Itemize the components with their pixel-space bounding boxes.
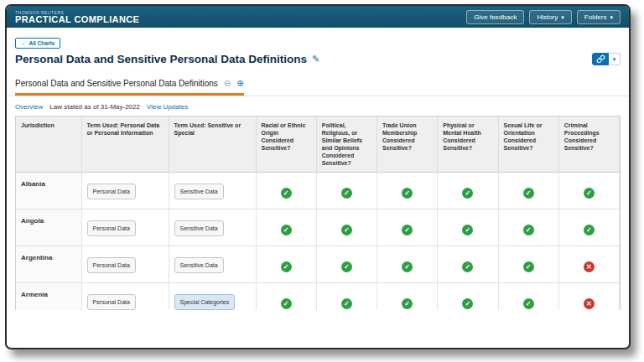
term-personal-chip[interactable]: Personal Data [87,184,136,199]
sub-bar: ← All Charts [7,28,629,49]
share-link-button[interactable] [592,53,609,65]
check-icon: ✓ [341,188,352,199]
table-row: ArmeniaPersonal DataSpecial Categories✓✓… [16,283,620,311]
cross-icon: ✕ [584,298,595,309]
check-icon: ✓ [341,298,352,309]
term-sensitive-chip[interactable]: Sensitive Data [174,220,224,236]
folders-label: Folders [584,13,607,21]
table-row: AngolaPersonal DataSensitive Data✓✓✓✓✓✓ [16,209,620,246]
tab-active-chart[interactable]: Personal Data and Sensitive Personal Dat… [15,79,244,96]
history-label: History [537,13,558,21]
check-icon: ✓ [402,298,413,309]
title-actions: ▾ [592,53,621,65]
check-icon: ✓ [281,298,292,309]
check-icon: ✓ [341,225,352,235]
check-icon: ✓ [523,188,534,199]
check-icon: ✓ [341,261,352,272]
check-icon: ✓ [462,261,473,272]
table-body: AlbaniaPersonal DataSensitive Data✓✓✓✓✓✓… [16,173,620,311]
check-icon: ✓ [281,225,292,235]
tab-bar: Personal Data and Sensitive Personal Dat… [7,75,629,96]
top-bar-actions: Give feedback History ▾ Folders ▾ [466,10,621,24]
term-personal-chip[interactable]: Personal Data [87,294,136,310]
term-sensitive-chip[interactable]: Special Categories [174,294,236,310]
check-icon: ✓ [523,225,534,235]
give-feedback-button[interactable]: Give feedback [466,10,524,24]
term-personal-chip[interactable]: Personal Data [87,220,136,236]
column-header: Political, Religious, or Similar Beliefs… [316,116,377,173]
all-charts-label: All Charts [29,40,55,46]
chart-table-container: JurisdictionTerm Used: Personal Data or … [15,116,621,310]
column-header: Term Used: Personal Data or Personal Inf… [81,116,169,173]
column-header: Physical or Mental Health Considered Sen… [438,116,498,173]
brand-practical-compliance: PRACTICAL COMPLIANCE [15,15,139,24]
table-header-row: JurisdictionTerm Used: Personal Data or … [16,116,620,173]
jurisdiction-cell: Argentina [16,246,81,283]
column-header: Term Used: Sensitive or Special [169,116,256,173]
law-stated-text: Law stated as of 31-May-2022 [49,103,140,111]
check-icon: ✓ [462,225,473,235]
edit-pencil-icon[interactable]: ✎ [312,54,319,65]
term-sensitive-chip[interactable]: Sensitive Data [174,184,224,199]
term-sensitive-chip[interactable]: Sensitive Data [174,257,224,273]
column-header: Criminal Proceedings Considered Sensitiv… [558,116,619,173]
check-icon: ✓ [462,188,473,199]
check-icon: ✓ [462,298,473,309]
jurisdiction-cell: Albania [16,173,81,209]
check-icon: ✓ [523,298,534,309]
table-row: AlbaniaPersonal DataSensitive Data✓✓✓✓✓✓ [16,173,620,209]
column-header: Racial or Ethnic Origin Considered Sensi… [256,116,316,173]
column-header: Jurisdiction [16,116,81,173]
check-icon: ✓ [402,261,413,272]
jurisdiction-cell: Angola [16,209,81,246]
add-plus-icon[interactable]: ⊕ [236,80,243,88]
column-header: Trade Union Membership Considered Sensit… [377,116,438,173]
cross-icon: ✕ [584,261,595,272]
page-title: Personal Data and Sensitive Personal Dat… [15,53,307,65]
brand: THOMSON REUTERS PRACTICAL COMPLIANCE [15,10,139,24]
link-icon [596,54,605,64]
history-dropdown[interactable]: History ▾ [529,10,571,24]
share-options-dropdown[interactable]: ▾ [609,53,621,65]
tab-label: Personal Data and Sensitive Personal Dat… [15,79,218,88]
top-bar: THOMSON REUTERS PRACTICAL COMPLIANCE Giv… [7,6,629,28]
all-charts-back-button[interactable]: ← All Charts [15,38,60,49]
column-header: Sexual Life or Orientation Considered Se… [498,116,558,173]
give-feedback-label: Give feedback [474,13,517,21]
chevron-down-icon: ▾ [613,56,616,63]
chevron-down-icon: ▾ [610,14,613,20]
collapse-minus-icon[interactable]: ⊖ [224,80,231,88]
check-icon: ✓ [584,225,595,235]
check-icon: ✓ [402,225,413,235]
check-icon: ✓ [281,261,292,272]
folders-dropdown[interactable]: Folders ▾ [577,10,621,24]
meta-row: Overview Law stated as of 31-May-2022 Vi… [7,96,629,116]
back-arrow-icon: ← [21,40,27,46]
chart-table: JurisdictionTerm Used: Personal Data or … [16,116,620,310]
term-personal-chip[interactable]: Personal Data [87,257,136,273]
app-window: THOMSON REUTERS PRACTICAL COMPLIANCE Giv… [5,4,631,349]
check-icon: ✓ [584,188,595,199]
overview-link[interactable]: Overview [15,103,43,111]
check-icon: ✓ [523,261,534,272]
title-row: Personal Data and Sensitive Personal Dat… [7,49,629,67]
view-updates-link[interactable]: View Updates [147,103,188,111]
check-icon: ✓ [402,188,413,199]
check-icon: ✓ [281,188,292,199]
chevron-down-icon: ▾ [561,14,564,20]
table-row: ArgentinaPersonal DataSensitive Data✓✓✓✓… [16,246,620,283]
jurisdiction-cell: Armenia [16,283,81,311]
